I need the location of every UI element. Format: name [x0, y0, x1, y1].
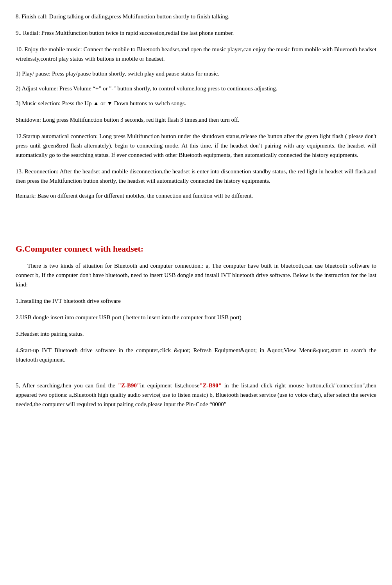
paragraph-shutdown: Shutdown: Long press Multifunction butto… — [16, 115, 376, 124]
section-g: G.Computer connect with headset: There i… — [16, 242, 376, 409]
text-9: 9.. Redial: Press Multifunction button t… — [16, 28, 376, 38]
text-g5-highlight1: "Z-B90" — [118, 382, 140, 389]
text-g-intro: There is two kinds of situation for Blue… — [16, 261, 376, 289]
paragraph-10: 10. Enjoy the mobile music: Connect the … — [16, 45, 376, 108]
text-13: 13. Reconnection: After the headset and … — [16, 167, 376, 185]
paragraph-9: 9.. Redial: Press Multifunction button t… — [16, 28, 376, 38]
text-g5-mid: in equipment list,choose — [140, 382, 199, 389]
main-content: 8. Finish call: During talking or dialin… — [16, 12, 376, 409]
section-g-1: 1.Installing the IVT bluetooth drive sof… — [16, 296, 376, 306]
text-10: 10. Enjoy the mobile music: Connect the … — [16, 45, 376, 63]
text-g5-pre: 5, After searching,then you can find the — [16, 382, 118, 389]
text-10-3: 3) Music selection: Press the Up ▲ or ▼ … — [16, 99, 376, 108]
text-g1: 1.Installing the IVT bluetooth drive sof… — [16, 296, 376, 306]
paragraph-13: 13. Reconnection: After the headset and … — [16, 167, 376, 200]
text-shutdown: Shutdown: Long press Multifunction butto… — [16, 115, 376, 124]
section-g-heading: G.Computer connect with headset: — [16, 242, 376, 256]
text-g2: 2.USB dongle insert into computer USB po… — [16, 313, 376, 322]
text-g5-highlight2: "Z-B90" — [199, 382, 222, 389]
section-g-2: 2.USB dongle insert into computer USB po… — [16, 313, 376, 322]
text-g5: 5, After searching,then you can find the… — [16, 381, 376, 409]
text-10-1: 1) Play/ pause: Press play/pause button … — [16, 69, 376, 78]
section-g-4: 4.Start-up IVT Bluetooth drive software … — [16, 346, 376, 364]
text-g4: 4.Start-up IVT Bluetooth drive software … — [16, 346, 376, 364]
section-g-intro: There is two kinds of situation for Blue… — [16, 261, 376, 289]
text-10-2: 2) Adjust volume: Press Volume “+” or "-… — [16, 84, 376, 93]
text-g3: 3.Headset into pairing status. — [16, 329, 376, 338]
section-g-5: 5, After searching,then you can find the… — [16, 381, 376, 409]
paragraph-8: 8. Finish call: During talking or dialin… — [16, 12, 376, 21]
paragraph-12: 12.Startup automatical connection: Long … — [16, 131, 376, 160]
text-8: 8. Finish call: During talking or dialin… — [16, 12, 376, 21]
section-g-3: 3.Headset into pairing status. — [16, 329, 376, 338]
text-12: 12.Startup automatical connection: Long … — [16, 131, 376, 160]
text-13-remark: Remark: Base on different design for dif… — [16, 191, 376, 200]
